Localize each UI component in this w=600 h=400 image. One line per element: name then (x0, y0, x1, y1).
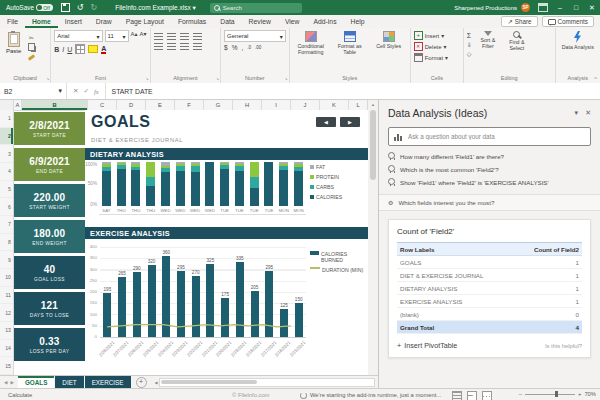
decrease-font-icon[interactable]: A▾ (140, 30, 147, 42)
column-header-H[interactable]: H (233, 100, 262, 110)
stat-cell-start-weight[interactable]: 220.00START WEIGHT (14, 184, 85, 217)
enter-icon[interactable]: ✓ (83, 87, 88, 95)
suggested-question-1[interactable]: How many different 'Field1' are there? (388, 153, 591, 160)
calculation-status[interactable]: Calculate (8, 392, 32, 398)
number-dialog-launcher-icon[interactable]: ↘ (284, 76, 287, 81)
insert-cells-button[interactable]: +Insert▾ (414, 30, 444, 41)
conditional-formatting-button[interactable]: Conditional Formatting (293, 30, 329, 55)
ask-question-input[interactable] (406, 132, 585, 141)
font-name-select[interactable]: Arial▾ (54, 30, 102, 42)
data-analysis-button[interactable]: Data Analysis (561, 30, 595, 50)
menu-tab-add-ins[interactable]: Add-ins (306, 15, 343, 28)
comma-style-icon[interactable]: , (242, 44, 244, 51)
formula-input[interactable]: START DATE (106, 88, 153, 95)
fill-icon[interactable]: ⇩ (467, 41, 472, 48)
insert-function-icon[interactable]: fx (94, 88, 99, 95)
column-header-E[interactable]: E (146, 100, 175, 110)
menu-tab-review[interactable]: Review (242, 15, 278, 28)
sheet-nav-left-icon[interactable]: ◀ (4, 380, 7, 385)
align-bottom-icon[interactable] (180, 33, 189, 40)
stat-cell-goal-loss[interactable]: 40GOAL LOSS (14, 256, 85, 289)
scroll-left-icon[interactable]: ◀ (155, 380, 158, 385)
zoom-slider[interactable] (525, 394, 575, 395)
name-box[interactable]: B2▾ (0, 83, 67, 99)
decrease-decimal-icon[interactable]: .00 (255, 45, 261, 50)
row-header-2[interactable]: 2 (0, 128, 13, 146)
suggested-question-2[interactable]: Which is the most common 'Field2'? (388, 166, 591, 173)
menu-tab-draw[interactable]: Draw (89, 15, 119, 28)
row-header-3[interactable]: 3 (0, 145, 13, 163)
pane-menu-icon[interactable]: ▾ (575, 109, 579, 117)
row-header-11[interactable]: 11 (0, 287, 13, 305)
scroll-up-icon[interactable]: ▲ (368, 100, 378, 109)
pane-close-icon[interactable]: ✕ (585, 109, 591, 117)
column-header-D[interactable]: D (117, 100, 146, 110)
align-middle-icon[interactable] (167, 33, 176, 40)
save-icon[interactable] (61, 3, 70, 12)
merge-center-icon[interactable] (193, 43, 202, 50)
wrap-text-icon[interactable] (193, 33, 202, 40)
zoom-out-icon[interactable]: – (519, 391, 522, 397)
column-header-K[interactable]: K (320, 100, 349, 110)
column-header-F[interactable]: F (175, 100, 204, 110)
row-header-1[interactable]: 1 (0, 110, 13, 128)
close-button[interactable]: ✕ (584, 0, 600, 15)
clipboard-dialog-launcher-icon[interactable]: ↘ (46, 76, 49, 81)
row-header-13[interactable]: 13 (0, 322, 13, 340)
row-header-6[interactable]: 6 (0, 198, 13, 216)
autosave-toggle[interactable]: AutoSave Off (6, 4, 53, 11)
format-cells-button[interactable]: Format▾ (414, 52, 448, 63)
row-header-8[interactable]: 8 (0, 234, 13, 252)
clear-icon[interactable]: ◇ (467, 50, 472, 57)
row-header-10[interactable]: 10 (0, 269, 13, 287)
menu-tab-home[interactable]: Home (25, 15, 58, 28)
increase-font-icon[interactable]: A▴ (131, 30, 138, 42)
vertical-scrollbar[interactable]: ▲ (367, 100, 378, 375)
account-name[interactable]: Sharpened Productions (454, 5, 517, 11)
italic-icon[interactable]: I (62, 46, 64, 53)
stat-cell-start-date[interactable]: 2/8/2021START DATE (14, 112, 85, 145)
view-normal-icon[interactable] (452, 391, 462, 400)
next-button[interactable]: ▶ (340, 117, 360, 127)
avatar[interactable]: SP (521, 3, 530, 12)
font-color-icon[interactable]: A (101, 45, 106, 54)
align-center-icon[interactable] (167, 43, 176, 50)
zoom-level[interactable]: 70% (584, 391, 596, 397)
borders-icon[interactable] (75, 44, 85, 54)
stat-cell-loss-per-day[interactable]: 0.33LOSS PER DAY (14, 328, 85, 361)
suggested-question-3[interactable]: Show 'Field1' where 'Field2' is 'EXERCIS… (388, 179, 591, 186)
comments-button[interactable]: Comments (542, 16, 594, 27)
collapse-ribbon-icon[interactable]: ^ (594, 76, 597, 82)
fill-color-icon[interactable] (88, 45, 98, 53)
share-button[interactable]: ↗Share (501, 16, 537, 27)
alignment-dialog-launcher-icon[interactable]: ↘ (216, 76, 219, 81)
fields-interest-button[interactable]: ⚙ Which fields interest you the most? (379, 194, 600, 211)
undo-icon[interactable]: ↺ (77, 4, 84, 12)
menu-tab-file[interactable]: File (0, 15, 25, 28)
cell-styles-button[interactable]: Cell Styles (371, 30, 407, 49)
menu-tab-help[interactable]: Help (344, 15, 372, 28)
format-as-table-button[interactable]: Format as Table (332, 30, 368, 55)
stat-cell-days-to-lose[interactable]: 121DAYS TO LOSE (14, 292, 85, 325)
column-header-L[interactable]: L (349, 100, 368, 110)
new-sheet-button[interactable]: + (136, 377, 147, 388)
delete-cells-button[interactable]: ✕Delete▾ (414, 41, 447, 52)
number-format-select[interactable]: General▾ (224, 30, 286, 42)
find-select-button[interactable]: Find & Select (504, 30, 530, 51)
view-page-break-icon[interactable] (482, 391, 492, 400)
font-dialog-launcher-icon[interactable]: ↘ (145, 76, 148, 81)
horizontal-scroll-thumb[interactable] (161, 380, 257, 384)
paste-button[interactable]: Paste (3, 30, 24, 56)
stat-cell-end-weight[interactable]: 180.00END WEIGHT (14, 220, 85, 253)
row-header-9[interactable]: 9 (0, 251, 13, 269)
redo-icon[interactable]: ↻ (90, 4, 97, 12)
menu-tab-data[interactable]: Data (213, 15, 241, 28)
row-header-12[interactable]: 12 (0, 304, 13, 322)
row-header-14[interactable]: 14 (0, 340, 13, 358)
sheet-nav-right-icon[interactable]: ▶ (10, 380, 13, 385)
is-this-helpful-link[interactable]: Is this helpful? (545, 343, 582, 349)
menu-tab-page-layout[interactable]: Page Layout (119, 15, 171, 28)
format-painter-icon[interactable] (27, 53, 35, 61)
cancel-icon[interactable]: ✕ (73, 87, 78, 95)
menu-tab-formulas[interactable]: Formulas (171, 15, 213, 28)
